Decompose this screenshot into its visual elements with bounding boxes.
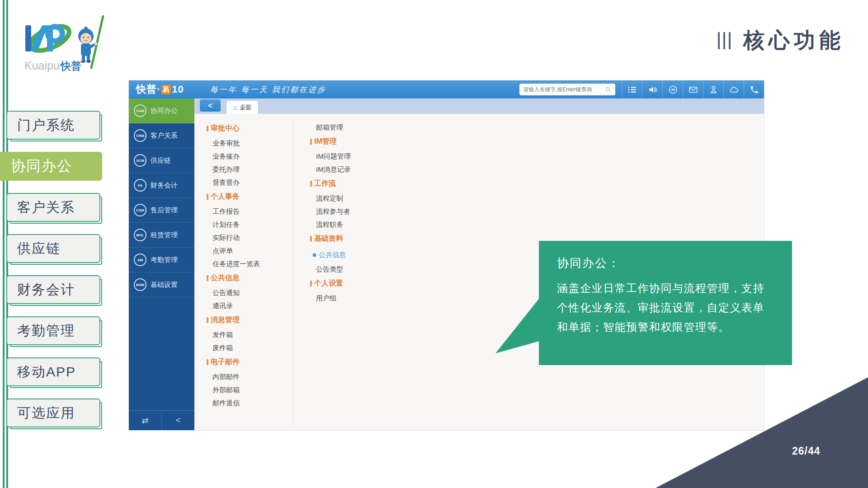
tab-desktop[interactable]: ⌂ 桌面 — [226, 100, 259, 114]
column-divider — [293, 117, 293, 427]
nav-badge: BOL — [134, 229, 146, 241]
menu-entry[interactable]: 工作报告 — [212, 207, 240, 216]
nav-item[interactable]: CSM 售后管理 — [129, 198, 194, 223]
menu-entry[interactable]: 督查督办 — [212, 178, 240, 187]
module-menu: 门户系统 协同办公 客户关系 供应链 财务会计 考勤管理 移动APP 可选应用 — [0, 111, 105, 440]
im-icon[interactable]: IM — [662, 80, 683, 99]
svg-text:IM: IM — [671, 88, 675, 92]
menu-entry[interactable]: IM消息记录 — [316, 165, 351, 174]
menu-entry[interactable]: 流程职务 — [316, 221, 343, 229]
nav-label: 协同办公 — [151, 107, 178, 115]
nav-footer: ⇄ < — [129, 410, 194, 430]
menu-entry[interactable]: 委托办理 — [212, 165, 240, 174]
menu-entry[interactable]: 实际行动 — [212, 234, 240, 242]
menu-entry[interactable]: 邮件退信 — [212, 399, 240, 408]
nav-item[interactable]: FA 财务会计 — [129, 173, 194, 198]
module-menu-item[interactable]: 移动APP — [6, 357, 100, 386]
nav-badge: FA — [134, 179, 146, 192]
nav-item[interactable]: BOL 租赁管理 — [129, 223, 194, 248]
nav-label: 财务会计 — [151, 181, 178, 190]
module-menu-item[interactable]: 门户系统 — [6, 111, 100, 140]
menu-entry[interactable]: 电子邮件 — [207, 357, 240, 367]
tab-bar: < ⌂ 桌面 — [194, 99, 764, 114]
menu-entry[interactable]: IM问题管理 — [316, 152, 351, 161]
app-header: 快普· 易 10 每一年 每一天 我们都在进步 — [129, 80, 764, 99]
module-menu-item[interactable]: 可选应用 — [6, 399, 100, 427]
menu-entry[interactable]: 内部邮件 — [212, 373, 240, 381]
swap-icon[interactable]: ⇄ — [129, 411, 161, 430]
menu-entry[interactable]: 流程参与者 — [316, 207, 350, 216]
menu-entry[interactable]: 废件箱 — [212, 344, 233, 352]
menu-entry[interactable]: 点评单 — [212, 247, 233, 255]
app-brand: 快普· 易 10 — [136, 83, 184, 96]
nav-item[interactable]: OAM 协同办公 — [129, 99, 194, 123]
module-menu-item[interactable]: 财务会计 — [6, 275, 100, 304]
volume-icon[interactable] — [642, 80, 662, 99]
menu-entry[interactable]: 基础资料 — [310, 234, 343, 244]
yi-logo-icon: 易 — [161, 85, 171, 94]
title-bars-icon — [718, 32, 731, 49]
nav-badge: SCM — [134, 154, 146, 167]
mail-icon[interactable] — [683, 80, 703, 99]
nav-label: 供应链 — [151, 156, 171, 165]
nav-badge: CRM — [134, 129, 146, 142]
menu-column-2: 邮箱管理 IM管理 IM问题管理 IM消息记录 工作流 流程定制 — [310, 121, 351, 305]
app-slogan: 每一年 每一天 我们都在进步 — [210, 84, 326, 95]
page-title: 核心功能 — [743, 26, 844, 55]
logo-text-cn: 快普 — [60, 60, 81, 72]
nav-label: 客户关系 — [151, 131, 178, 140]
nav-item[interactable]: BSM 基础设置 — [129, 272, 194, 297]
module-menu-item[interactable]: 供应链 — [6, 234, 100, 263]
module-menu-item[interactable]: 考勤管理 — [6, 316, 100, 345]
menu-entry[interactable]: 公告类型 — [316, 265, 343, 274]
menu-entry[interactable]: 公共信息 — [313, 251, 346, 259]
nav-item[interactable]: CRM 客户关系 — [129, 123, 194, 148]
menu-entry[interactable]: 流程定制 — [316, 194, 343, 203]
slide-title: 核心功能 — [718, 26, 844, 55]
menu-entry[interactable]: 外部邮箱 — [212, 386, 240, 394]
menu-entry[interactable]: 公共信息 — [207, 273, 240, 283]
menu-entry[interactable]: 业务审批 — [212, 139, 240, 148]
menu-entry[interactable]: IM管理 — [310, 137, 337, 146]
menu-entry[interactable]: 发件箱 — [212, 331, 233, 339]
menu-entry[interactable]: 用户组 — [316, 294, 336, 303]
user-icon[interactable] — [703, 80, 723, 99]
nav-item[interactable]: AM 考勤管理 — [129, 248, 194, 272]
module-menu-item[interactable]: 协同办公 — [0, 152, 102, 181]
brand-version: 10 — [172, 84, 184, 95]
menu-entry[interactable]: 任务进度一览表 — [212, 260, 260, 268]
menu-entry[interactable]: 审批中心 — [207, 124, 240, 133]
nav-item[interactable]: SCM 供应链 — [129, 148, 194, 173]
collapse-icon[interactable]: < — [161, 411, 194, 430]
back-button[interactable]: < — [200, 99, 221, 112]
module-menu-item[interactable]: 客户关系 — [6, 193, 100, 222]
menu-entry[interactable]: 邮箱管理 — [316, 123, 343, 132]
menu-entry[interactable]: 个人设置 — [310, 279, 343, 288]
callout-title: 协同办公： — [557, 255, 774, 271]
search-input[interactable] — [523, 86, 605, 93]
callout-body: 涵盖企业日常工作协同与流程管理，支持个性化业务流、审批流设置，自定义表单和单据；… — [557, 278, 774, 337]
menu-entry[interactable]: 公告通知 — [212, 289, 240, 297]
header-icon-bar: IM — [622, 80, 764, 99]
brand-prefix: 快普· — [136, 83, 160, 96]
logo-text-en: Kuaipu — [24, 59, 60, 72]
menu-entry[interactable]: 计划任务 — [212, 221, 240, 229]
cloud-icon[interactable] — [723, 80, 744, 99]
menu-entry[interactable]: 通讯录 — [212, 302, 233, 310]
menu-entry[interactable]: 个人事务 — [207, 192, 240, 202]
menu-entry[interactable]: 业务催办 — [212, 152, 240, 161]
nav-badge: OAM — [134, 104, 146, 117]
nav-label: 基础设置 — [151, 281, 178, 289]
nav-label: 租赁管理 — [151, 231, 178, 239]
global-search[interactable] — [519, 84, 615, 95]
phone-icon[interactable] — [744, 80, 764, 99]
menu-entry[interactable]: 消息管理 — [207, 315, 240, 325]
bubble-tail — [495, 298, 539, 355]
nav-badge: AM — [134, 253, 146, 266]
home-icon: ⌂ — [233, 103, 237, 111]
menu-column-1: 审批中心 业务审批 业务催办 委托办理 督查督办 个人事务 — [207, 121, 260, 410]
kuaipu-logo: Kuaipu 快普 ® — [17, 13, 112, 78]
app-nav: OAM 协同办公 CRM 客户关系 SCM 供应链 FA 财务会计 — [129, 99, 194, 430]
menu-entry[interactable]: 工作流 — [310, 179, 336, 188]
list-icon[interactable] — [622, 80, 642, 99]
